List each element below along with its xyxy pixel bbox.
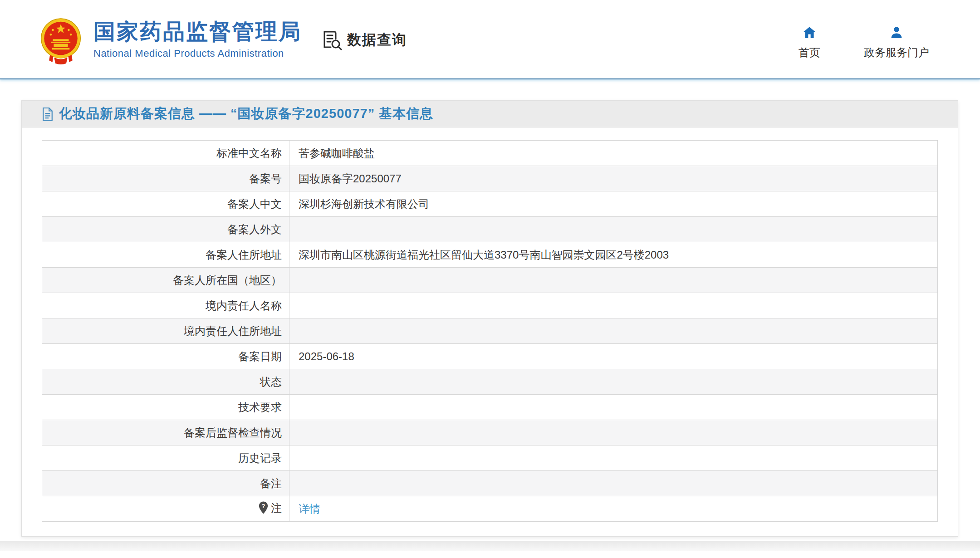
- data-query-icon: [321, 29, 343, 51]
- site-logo-brand[interactable]: 国家药品监督管理局 National Medical Products Admi…: [40, 17, 302, 64]
- table-row: 备案日期 2025-06-18: [42, 344, 938, 369]
- table-row: 备案人中文 深圳杉海创新技术有限公司: [42, 191, 938, 217]
- row-label: 境内责任人住所地址: [42, 318, 289, 344]
- row-value: [289, 471, 938, 496]
- nav-home[interactable]: 首页: [799, 25, 820, 60]
- table-row: ? 注 详情: [42, 496, 938, 522]
- row-label: 备案人中文: [42, 191, 289, 217]
- info-table-wrap: 标准中文名称 苦参碱咖啡酸盐 备案号 国妆原备字20250077 备案人中文 深…: [22, 127, 958, 536]
- home-icon: [802, 25, 817, 40]
- table-row: 备案人住所地址 深圳市南山区桃源街道福光社区留仙大道3370号南山智园崇文园区2…: [42, 242, 938, 268]
- table-row: 备案人所在国（地区）: [42, 268, 938, 293]
- row-label: 注: [271, 502, 282, 514]
- table-row: 状态: [42, 369, 938, 395]
- row-label: 状态: [42, 369, 289, 395]
- header-nav: 首页 政务服务门户: [799, 25, 929, 60]
- document-icon: [42, 107, 54, 121]
- table-row: 标准中文名称 苦参碱咖啡酸盐: [42, 141, 938, 166]
- row-label: 备案人住所地址: [42, 242, 289, 268]
- nav-portal[interactable]: 政务服务门户: [864, 25, 929, 60]
- row-value: 详情: [289, 496, 938, 522]
- row-label-note: ? 注: [42, 496, 289, 522]
- user-icon: [889, 25, 904, 40]
- info-table: 标准中文名称 苦参碱咖啡酸盐 备案号 国妆原备字20250077 备案人中文 深…: [42, 140, 938, 522]
- section-header: 化妆品新原料备案信息 —— “国妆原备字20250077” 基本信息: [22, 101, 958, 127]
- table-row: 技术要求: [42, 395, 938, 420]
- site-title: 国家药品监督管理局: [93, 20, 302, 44]
- table-row: 历史记录: [42, 445, 938, 471]
- row-value: 2025-06-18: [289, 344, 938, 369]
- data-query-label: 数据查询: [347, 30, 407, 49]
- row-label: 备案人外文: [42, 217, 289, 242]
- footer-band: [0, 541, 980, 551]
- table-row: 境内责任人名称: [42, 293, 938, 318]
- site-header: 国家药品监督管理局 National Medical Products Admi…: [0, 0, 980, 79]
- table-row: 备案后监督检查情况: [42, 420, 938, 445]
- row-label: 备案号: [42, 166, 289, 191]
- table-row: 备案号 国妆原备字20250077: [42, 166, 938, 191]
- row-value: 苦参碱咖啡酸盐: [289, 141, 938, 166]
- row-value: [289, 395, 938, 420]
- content-card: 化妆品新原料备案信息 —— “国妆原备字20250077” 基本信息 标准中文名…: [21, 100, 958, 537]
- data-query-nav[interactable]: 数据查询: [321, 29, 407, 51]
- row-value: 国妆原备字20250077: [289, 166, 938, 191]
- row-label: 备案后监督检查情况: [42, 420, 289, 445]
- row-value: [289, 318, 938, 344]
- row-value: [289, 369, 938, 395]
- row-value: [289, 420, 938, 445]
- row-label: 标准中文名称: [42, 141, 289, 166]
- svg-text:?: ?: [262, 502, 265, 509]
- row-value: [289, 217, 938, 242]
- row-label: 备注: [42, 471, 289, 496]
- table-row: 备注: [42, 471, 938, 496]
- nav-home-label: 首页: [799, 45, 820, 60]
- table-row: 境内责任人住所地址: [42, 318, 938, 344]
- row-label: 历史记录: [42, 445, 289, 471]
- row-value: 深圳市南山区桃源街道福光社区留仙大道3370号南山智园崇文园区2号楼2003: [289, 242, 938, 268]
- site-subtitle: National Medical Products Administration: [93, 48, 302, 59]
- table-row: 备案人外文: [42, 217, 938, 242]
- brand-text: 国家药品监督管理局 National Medical Products Admi…: [93, 17, 302, 59]
- national-emblem-icon: [40, 17, 82, 64]
- pin-icon: ?: [258, 501, 269, 517]
- row-label: 备案人所在国（地区）: [42, 268, 289, 293]
- detail-link[interactable]: 详情: [299, 503, 320, 515]
- row-value: [289, 445, 938, 471]
- row-value: [289, 293, 938, 318]
- row-value: [289, 268, 938, 293]
- row-label: 备案日期: [42, 344, 289, 369]
- row-label: 境内责任人名称: [42, 293, 289, 318]
- section-title: 化妆品新原料备案信息 —— “国妆原备字20250077” 基本信息: [59, 105, 433, 123]
- nav-portal-label: 政务服务门户: [864, 45, 929, 60]
- row-label: 技术要求: [42, 395, 289, 420]
- row-value: 深圳杉海创新技术有限公司: [289, 191, 938, 217]
